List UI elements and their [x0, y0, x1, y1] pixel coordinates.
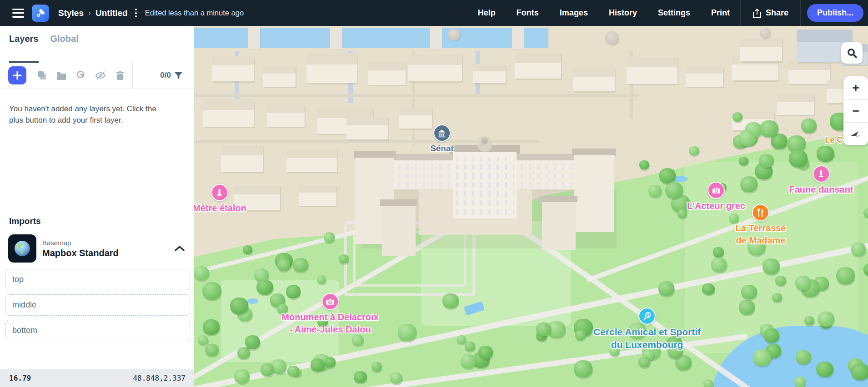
tree	[398, 324, 416, 341]
building	[408, 55, 462, 81]
tree	[665, 182, 683, 198]
tree	[205, 344, 219, 357]
empty-layers-message: You haven't added any layers yet. Click …	[0, 89, 177, 126]
nav-help[interactable]: Help	[467, 0, 506, 26]
map-statusbar: 16.79 48.848,2.337	[0, 369, 194, 387]
imports-section: Imports Basemap Mapbox Standard	[0, 206, 194, 345]
tree	[457, 335, 466, 344]
imports-heading: Imports	[0, 206, 194, 226]
tree	[775, 276, 786, 286]
publish-button[interactable]: Publish...	[807, 4, 863, 22]
building	[368, 61, 406, 85]
menu-icon[interactable]	[12, 9, 24, 18]
tree	[575, 330, 586, 340]
zoom-in-button[interactable]: +	[843, 76, 868, 99]
tree	[729, 213, 739, 223]
nav-images[interactable]: Images	[549, 0, 598, 26]
building	[473, 64, 506, 83]
tree	[658, 281, 675, 296]
building	[234, 185, 280, 210]
select-layer-icon[interactable]	[75, 70, 86, 81]
nav-fonts[interactable]: Fonts	[506, 0, 549, 26]
bridge	[330, 26, 342, 50]
share-label: Share	[766, 8, 788, 18]
edited-status: Edited less than a minute ago	[145, 9, 244, 17]
building	[203, 99, 254, 127]
zoom-out-button[interactable]: −	[843, 99, 868, 122]
building	[686, 66, 723, 87]
chevron-up-icon[interactable]	[175, 245, 185, 252]
nav-print[interactable]: Print	[701, 0, 740, 26]
tree	[354, 371, 367, 383]
tree	[442, 293, 459, 308]
basemap-slot-middle[interactable]: middle	[5, 294, 190, 316]
divider	[800, 0, 801, 26]
paint-roller-icon	[35, 8, 45, 18]
tree	[286, 285, 301, 298]
tree	[667, 344, 683, 358]
tree	[772, 293, 782, 302]
tree	[733, 112, 743, 121]
tree	[702, 283, 715, 295]
building	[267, 104, 305, 127]
tree	[461, 354, 476, 368]
filter-icon[interactable]	[174, 71, 183, 80]
building	[627, 57, 677, 84]
tree	[851, 243, 866, 256]
tab-global[interactable]: Global	[50, 34, 79, 62]
duplicate-layer-icon[interactable]	[36, 70, 47, 81]
layers-sidebar: Layers Global 0/0	[0, 26, 194, 387]
hide-layer-eye-off-icon[interactable]	[95, 70, 106, 81]
basemap-slot-top[interactable]: top	[5, 269, 190, 290]
river-seine	[194, 28, 548, 48]
bridge	[430, 26, 442, 50]
tree	[203, 319, 219, 334]
tree	[763, 258, 780, 274]
add-layer-button[interactable]	[8, 66, 26, 84]
breadcrumb-style-name[interactable]: Untitled	[95, 8, 128, 18]
tree	[609, 347, 619, 357]
tree	[277, 259, 291, 271]
plus-icon	[13, 71, 22, 80]
mapbox-studio-logo[interactable]	[32, 5, 49, 22]
tree	[339, 254, 349, 263]
layer-counter: 0/0	[160, 71, 171, 80]
basemap-slot-bottom[interactable]: bottom	[5, 320, 190, 341]
tree	[748, 238, 766, 255]
tree	[574, 360, 592, 377]
tree	[639, 160, 649, 169]
tree	[677, 209, 687, 218]
nav-settings[interactable]: Settings	[647, 0, 701, 26]
basemap-name: Mapbox Standard	[42, 248, 119, 258]
map-search-button[interactable]	[841, 42, 863, 64]
breadcrumb-styles[interactable]: Styles	[58, 8, 84, 18]
compass-icon	[848, 128, 863, 140]
tree	[234, 369, 249, 383]
search-icon	[847, 48, 858, 59]
tree	[689, 146, 699, 155]
divider	[132, 62, 133, 89]
tree	[277, 304, 288, 314]
coordinates-value: 48.848,2.337	[133, 374, 186, 382]
zoom-level-value: 16.79	[9, 374, 31, 382]
tree	[230, 298, 249, 314]
basemap-slots: topmiddlebottom	[5, 269, 190, 341]
tree	[311, 358, 325, 371]
tree	[760, 120, 778, 137]
share-button[interactable]: Share	[741, 0, 800, 26]
compass-button[interactable]	[843, 122, 868, 145]
style-options-kebab-icon[interactable]	[133, 7, 139, 19]
tree	[325, 357, 336, 367]
basemap-row[interactable]: Basemap Mapbox Standard	[8, 234, 185, 263]
tree	[465, 342, 475, 351]
group-layers-folder-icon[interactable]	[56, 70, 67, 81]
tab-layers[interactable]: Layers	[9, 34, 39, 62]
share-icon	[753, 8, 762, 18]
nav-history[interactable]: History	[598, 0, 647, 26]
map-canvas[interactable]: SénatMètre étalonMonument à Delacroix- A…	[194, 26, 868, 387]
building	[515, 53, 561, 79]
building	[740, 39, 782, 61]
sidebar-tabs: Layers Global	[0, 26, 194, 62]
tree	[739, 130, 756, 146]
delete-layer-trash-icon[interactable]	[115, 70, 125, 81]
